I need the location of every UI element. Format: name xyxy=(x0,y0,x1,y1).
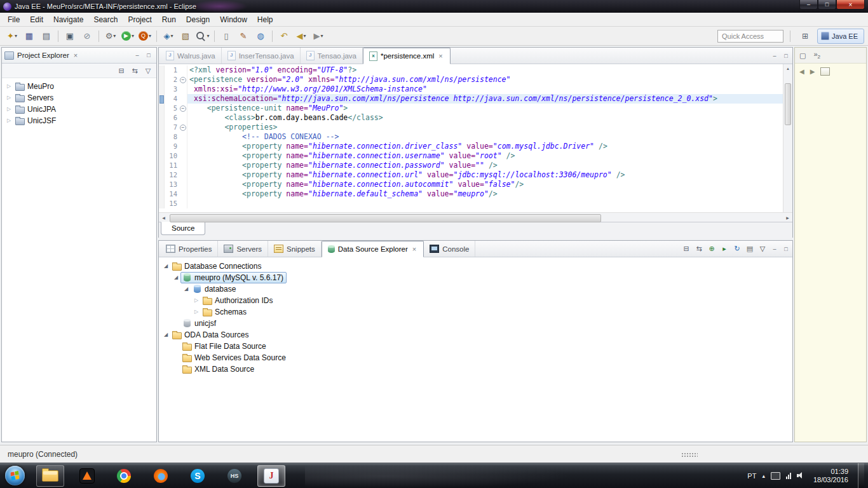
collapse-arrow-icon[interactable]: ◢ xyxy=(182,283,191,295)
collapse-fold-icon[interactable]: − xyxy=(180,125,186,131)
project-row[interactable]: ▷Servers xyxy=(2,92,156,104)
collapse-arrow-icon[interactable]: ◢ xyxy=(172,272,180,283)
editor-vertical-scrollbar[interactable]: ▲ xyxy=(783,64,792,212)
forward-button[interactable]: ▶▾ xyxy=(310,29,327,44)
bottom-tab-servers[interactable]: Servers xyxy=(218,241,268,257)
profile-button[interactable]: Q▾ xyxy=(137,29,153,44)
datasource-item[interactable]: Flat File Data Source xyxy=(180,341,269,352)
expand-arrow-icon[interactable]: ▷ xyxy=(4,104,13,115)
refresh-button[interactable]: ↻ xyxy=(731,243,743,254)
expand-arrow-icon[interactable]: ▷ xyxy=(4,92,13,104)
firefox-taskbar-button[interactable] xyxy=(147,465,175,487)
link-with-editor-button[interactable]: ⇆ xyxy=(693,243,705,254)
open-perspective-button[interactable]: ⊞ xyxy=(797,29,813,44)
bottom-tab-console[interactable]: Console xyxy=(424,241,475,257)
datasource-row[interactable]: Web Services Data Source xyxy=(159,352,792,363)
sash-handle[interactable] xyxy=(681,452,698,457)
scroll-up-icon[interactable]: ▲ xyxy=(783,64,792,73)
datasource-item[interactable]: meupro (MySQL v. 5.6.17) xyxy=(180,272,287,283)
datasource-item[interactable]: Authorization IDs xyxy=(201,295,276,306)
expand-arrow-icon[interactable]: ▷ xyxy=(192,295,201,306)
collapse-arrow-icon[interactable]: ◢ xyxy=(161,329,170,341)
media-player-taskbar-button[interactable] xyxy=(73,465,101,487)
display-tray-icon[interactable] xyxy=(771,472,780,480)
menu-item-search[interactable]: Search xyxy=(88,13,123,26)
datasource-row[interactable]: ◢database xyxy=(159,283,792,295)
last-edit-location-button[interactable]: ↶ xyxy=(276,29,292,44)
start-button[interactable] xyxy=(5,466,25,485)
datasource-item[interactable]: Web Services Data Source xyxy=(180,352,289,363)
datasource-row[interactable]: Flat File Data Source xyxy=(159,341,792,352)
maximize-window-button[interactable]: □ xyxy=(818,0,836,10)
datasource-row[interactable]: XML Data Source xyxy=(159,363,792,375)
collapse-fold-icon[interactable]: − xyxy=(180,77,186,83)
collapse-all-button[interactable]: ⊟ xyxy=(116,65,127,76)
maximize-view-button[interactable]: □ xyxy=(781,245,791,254)
new-file-button[interactable]: ▯ xyxy=(218,29,234,44)
palette-icon[interactable] xyxy=(820,67,830,76)
scroll-left-icon[interactable]: ◀ xyxy=(159,213,168,222)
menu-item-design[interactable]: Design xyxy=(181,13,215,26)
close-tab-icon[interactable]: × xyxy=(411,246,417,253)
link-with-editor-button[interactable]: ⇆ xyxy=(129,65,140,76)
datasource-item[interactable]: unicjsf xyxy=(180,318,219,329)
chrome-taskbar-button[interactable] xyxy=(110,465,138,487)
scroll-right-icon[interactable]: ▶ xyxy=(783,213,792,222)
menu-item-navigate[interactable]: Navigate xyxy=(48,13,88,26)
datasource-item[interactable]: ODA Data Sources xyxy=(170,329,252,341)
restore-view-icon[interactable]: ▢ xyxy=(799,51,806,60)
editor-tab[interactable]: JInserTensao.java xyxy=(222,48,301,64)
source-page-tab[interactable]: Source xyxy=(161,222,205,235)
collapse-all-button[interactable]: ⊟ xyxy=(681,243,692,254)
run-button[interactable]: ▶▾ xyxy=(119,29,136,44)
minimize-editor-button[interactable]: – xyxy=(770,51,780,60)
minimize-window-button[interactable]: – xyxy=(799,0,818,10)
project-row[interactable]: ▷UnicJSF xyxy=(2,115,156,126)
datasource-item[interactable]: database xyxy=(191,283,239,295)
palette-next-icon[interactable]: ▶ xyxy=(810,68,815,75)
menu-item-edit[interactable]: Edit xyxy=(25,13,48,26)
editor-tab[interactable]: JWalrus.java xyxy=(160,48,222,64)
project-item[interactable]: Servers xyxy=(13,92,57,104)
external-tools-button[interactable]: ⚙▾ xyxy=(102,29,119,44)
connect-button[interactable]: ▸ xyxy=(719,243,730,254)
menu-item-window[interactable]: Window xyxy=(215,13,252,26)
back-button[interactable]: ◀▾ xyxy=(293,29,309,44)
bottom-tab-properties[interactable]: Properties xyxy=(160,241,218,257)
network-tray-icon[interactable] xyxy=(786,473,791,479)
menu-item-help[interactable]: Help xyxy=(252,13,278,26)
new-wizard-button[interactable]: ✦▾ xyxy=(4,29,20,44)
view-menu-button[interactable]: ▽ xyxy=(142,65,154,76)
editor-tab[interactable]: x*persistence.xml× xyxy=(363,48,451,64)
skype-taskbar-button[interactable]: S xyxy=(184,465,212,487)
skip-breakpoints-button[interactable]: ⊘ xyxy=(79,29,95,44)
editor-horizontal-scrollbar[interactable]: ◀ ▶ xyxy=(159,212,792,222)
horizontal-scroll-track[interactable] xyxy=(168,214,783,222)
datasource-row[interactable]: ◢ODA Data Sources xyxy=(159,329,792,341)
project-item[interactable]: UnicJPA xyxy=(13,104,59,115)
quick-access-input[interactable]: Quick Access xyxy=(717,30,783,43)
expand-arrow-icon[interactable]: ▷ xyxy=(4,115,13,126)
minimize-view-button[interactable]: – xyxy=(770,245,780,254)
datasource-row[interactable]: ▷Authorization IDs xyxy=(159,295,792,306)
datasource-row[interactable]: ◢meupro (MySQL v. 5.6.17) xyxy=(159,272,792,283)
close-window-button[interactable]: × xyxy=(836,0,865,10)
heidisql-taskbar-button[interactable]: HS xyxy=(220,465,248,487)
collapse-fold-icon[interactable]: − xyxy=(180,105,186,112)
project-explorer-title[interactable]: Project Explorer xyxy=(17,51,69,59)
open-console-button[interactable]: ▣ xyxy=(62,29,78,44)
bottom-tab-snippets[interactable]: Snippets xyxy=(268,241,322,257)
show-hidden-icons-button[interactable]: ▴ xyxy=(762,473,765,479)
new-package-button[interactable]: ▧ xyxy=(177,29,194,44)
datasource-row[interactable]: unicjsf xyxy=(159,318,792,329)
project-item[interactable]: UnicJSF xyxy=(13,115,59,126)
save-button[interactable]: ▦ xyxy=(21,29,37,44)
menu-item-project[interactable]: Project xyxy=(123,13,156,26)
annotate-button[interactable]: ✎ xyxy=(235,29,252,44)
horizontal-scrollbar-thumb[interactable] xyxy=(170,214,601,222)
java-ee-perspective-button[interactable]: Java EE xyxy=(817,29,864,44)
eclipse-taskbar-button[interactable]: J xyxy=(257,465,285,487)
maximize-view-button[interactable]: □ xyxy=(144,51,154,60)
vertical-scrollbar-thumb[interactable] xyxy=(785,83,791,125)
datasource-row[interactable]: ▷Schemas xyxy=(159,306,792,318)
